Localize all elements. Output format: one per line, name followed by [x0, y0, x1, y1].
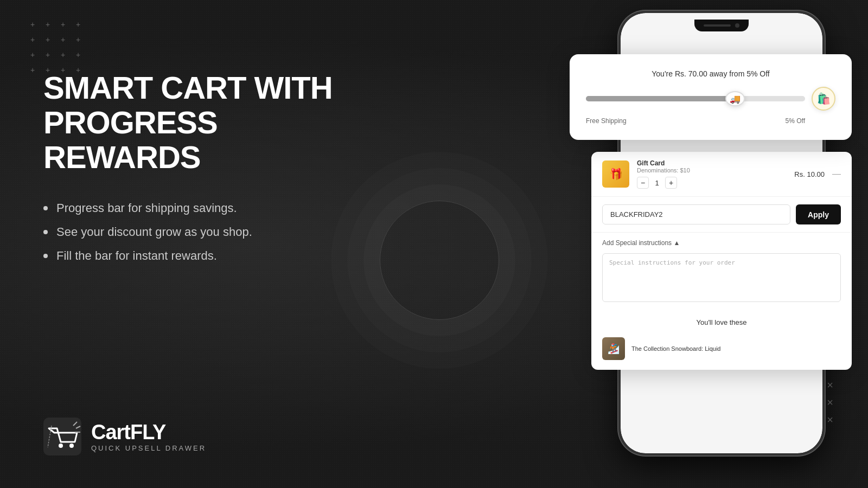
bullet-text: See your discount grow as you shop.	[56, 225, 252, 239]
special-instructions-area[interactable]: Special instructions for your order	[602, 253, 841, 302]
cart-item-qty: − 1 +	[637, 177, 787, 189]
page-title: SMART CART WITH PROGRESS REWARDS	[43, 70, 369, 174]
progress-labels: Free Shipping 5% Off	[586, 117, 835, 125]
upsell-section: You'll love these 🏂 The Collection Snowb…	[591, 310, 852, 370]
plus-icon: +	[73, 34, 84, 45]
notch-line	[704, 24, 731, 27]
progress-section: You're Rs. 70.00 away from 5% Off 🚚 🛍️ F…	[586, 69, 835, 125]
progress-bar-container: 🚚 🛍️	[586, 87, 835, 111]
bullet-item-3: Fill the bar for instant rewards.	[43, 249, 369, 263]
bullet-item-1: Progress bar for shipping savings.	[43, 201, 369, 215]
cart-item-image: 🎁	[602, 160, 629, 188]
bullet-dot-icon	[43, 230, 48, 234]
progress-title: You're Rs. 70.00 away from 5% Off	[586, 69, 835, 78]
bullet-text: Fill the bar for instant rewards.	[56, 249, 217, 263]
circle-decoration	[380, 201, 499, 320]
cart-item-name: Gift Card	[637, 159, 787, 167]
plus-icon: +	[73, 19, 84, 30]
plus-icon: +	[58, 34, 68, 45]
logo-area: CartFLY QUICK UPSELL DRAWER	[43, 418, 206, 455]
truck-icon: 🚚	[725, 91, 745, 106]
plus-icon: +	[27, 34, 38, 45]
close-buttons: × × ×	[827, 380, 833, 425]
plus-icon: +	[27, 19, 38, 30]
plus-icon: +	[42, 19, 53, 30]
special-instructions-toggle[interactable]: Add Special instructions ▲	[591, 233, 852, 253]
plus-icon: +	[58, 49, 68, 60]
phone-notch	[694, 20, 749, 31]
notch-dot	[735, 23, 739, 28]
bullet-dot-icon	[43, 254, 48, 258]
progress-bar-fill: 🚚	[586, 96, 735, 101]
logo-name: CartFLY	[91, 421, 206, 444]
svg-point-2	[59, 444, 63, 448]
bullet-text: Progress bar for shipping savings.	[56, 201, 237, 215]
plus-icon: +	[27, 49, 38, 60]
cart-progress-card: You're Rs. 70.00 away from 5% Off 🚚 🛍️ F…	[570, 54, 852, 140]
close-button-1[interactable]: ×	[827, 380, 833, 390]
free-shipping-label: Free Shipping	[586, 117, 627, 125]
discount-label: 5% Off	[786, 117, 805, 125]
qty-value: 1	[653, 179, 661, 187]
apply-coupon-button[interactable]: Apply	[796, 204, 841, 224]
upsell-item: 🏂 The Collection Snowboard: Liquid	[602, 333, 841, 364]
feature-list: Progress bar for shipping savings. See y…	[43, 201, 369, 263]
plus-icon: +	[42, 34, 53, 45]
logo-text-block: CartFLY QUICK UPSELL DRAWER	[91, 421, 206, 452]
cart-drawer: 🎁 Gift Card Denominations: $10 − 1 + Rs.…	[591, 152, 852, 370]
plus-icon: +	[42, 49, 53, 60]
upsell-item-image: 🏂	[602, 337, 625, 360]
cart-item-row: 🎁 Gift Card Denominations: $10 − 1 + Rs.…	[591, 152, 852, 197]
reward-bag-icon: 🛍️	[812, 87, 835, 111]
bullet-item-2: See your discount grow as you shop.	[43, 225, 369, 239]
coupon-input[interactable]	[602, 204, 790, 224]
close-button-2[interactable]: ×	[827, 397, 833, 408]
cart-item-price: Rs. 10.00	[794, 170, 825, 178]
svg-point-3	[69, 444, 74, 448]
progress-bar-track: 🚚	[586, 96, 805, 101]
plus-grid-decoration: + + + + + + + + + + + + + + + +	[27, 19, 84, 75]
bullet-dot-icon	[43, 206, 48, 210]
coupon-section: Apply	[591, 197, 852, 233]
delete-item-button[interactable]: —	[832, 169, 841, 179]
cart-item-info: Gift Card Denominations: $10 − 1 +	[637, 159, 787, 189]
cartfly-logo-icon	[43, 418, 81, 455]
plus-icon: +	[27, 65, 38, 75]
qty-increase-button[interactable]: +	[665, 177, 677, 189]
plus-icon: +	[58, 19, 68, 30]
close-button-3[interactable]: ×	[827, 414, 833, 425]
left-content: SMART CART WITH PROGRESS REWARDS Progres…	[43, 70, 369, 263]
upsell-item-name: The Collection Snowboard: Liquid	[631, 345, 721, 352]
cart-item-denomination: Denominations: $10	[637, 167, 787, 174]
logo-subtitle: QUICK UPSELL DRAWER	[91, 444, 206, 452]
page-container: + + + + + + + + + + + + + + + + SMART CA…	[0, 0, 868, 488]
qty-decrease-button[interactable]: −	[637, 177, 649, 189]
phone-container: You're Rs. 70.00 away from 5% Off 🚚 🛍️ F…	[602, 11, 841, 477]
upsell-title: You'll love these	[602, 318, 841, 326]
plus-icon: +	[73, 49, 84, 60]
